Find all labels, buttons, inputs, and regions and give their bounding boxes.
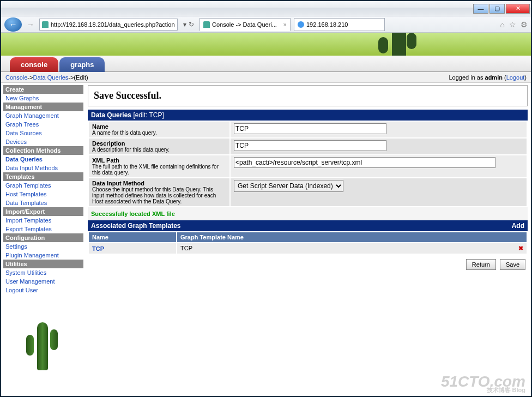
home-icon[interactable]: ⌂ [500,20,505,29]
address-bar[interactable] [39,19,178,31]
sidebar-link-data-queries[interactable]: Data Queries [3,155,83,164]
browser-navbar: ← → ▾ ↻ Console -> Data Queri... × 192.1… [1,16,531,33]
row-template-name: TCP [180,245,192,251]
tab-close-icon[interactable]: × [283,21,287,28]
app-tab-row: console graphs [1,56,531,72]
sidebar-header-collection: Collection Methods [3,146,83,155]
form-table: NameA name for this data query. Descript… [88,121,528,207]
sidebar-link-export-templates[interactable]: Export Templates [3,225,83,233]
method-help: Choose the input method for this Data Qu… [92,187,226,204]
sidebar-link-graph-trees[interactable]: Graph Trees [3,120,83,129]
sidebar-link-plugin-mgmt[interactable]: Plugin Management [3,251,83,260]
sidebar-header-create: Create [3,85,83,94]
tab-title: Console -> Data Queri... [212,21,277,28]
browser-tab-active[interactable]: Console -> Data Queri... × [200,18,291,31]
table-row: TCP TCP✖ [89,243,527,254]
col-template: Graph Template Name [177,232,527,242]
row-name-link[interactable]: TCP [92,245,104,252]
section-header-assoc-templates: Associated Graph Templates Add [88,220,528,231]
button-row: Return Save [88,255,528,274]
sidebar-link-host-templates[interactable]: Host Templates [3,190,83,198]
xml-help: The full path to the XML file containing… [92,164,226,176]
assoc-table: Name Graph Template Name TCP TCP✖ [88,231,528,255]
message-title: Save Successful. [94,90,522,101]
sidebar-header-import-export: Import/Export [3,207,83,216]
tab-title: 192.168.18.210 [306,21,348,28]
content-area: Save Successful. Data Queries [edit: TCP… [86,83,531,395]
return-button[interactable]: Return [466,259,496,270]
tab-icon [203,21,210,28]
crumb-edit: (Edit) [74,74,88,81]
sidebar-link-graph-templates[interactable]: Graph Templates [3,181,83,190]
section-header-data-queries: Data Queries [edit: TCP] [88,110,528,121]
method-select[interactable]: Get Script Server Data (Indexed) [234,180,343,192]
sidebar-header-management: Management [3,103,83,111]
app-banner [1,33,531,56]
tab-graphs[interactable]: graphs [59,57,105,72]
crumb-data-queries[interactable]: Data Queries [33,74,68,81]
tools-icon[interactable]: ⚙ [521,20,528,29]
favorites-icon[interactable]: ☆ [509,20,516,29]
breadcrumb: Console -> Data Queries -> (Edit) Logged… [1,72,531,83]
sidebar-link-system-utilities[interactable]: System Utilities [3,268,83,277]
close-button[interactable]: ✕ [506,4,530,14]
name-label: Name [92,123,108,130]
message-box: Save Successful. [88,85,528,106]
sidebar-header-templates: Templates [3,172,83,181]
tab-console[interactable]: console [10,57,58,72]
name-help: A name for this data query. [92,130,226,136]
sidebar-link-import-templates[interactable]: Import Templates [3,216,83,225]
sidebar-link-data-input[interactable]: Data Input Methods [3,164,83,172]
sidebar-link-user-mgmt[interactable]: User Management [3,277,83,286]
save-button[interactable]: Save [500,259,525,270]
xml-label: XML Path [92,157,119,164]
current-user: admin [485,74,503,81]
url-input[interactable] [51,21,175,28]
dropdown-icon[interactable]: ▾ [183,21,186,28]
back-button[interactable]: ← [4,17,22,32]
desc-help: A description for this data query. [92,147,226,153]
desc-label: Description [92,140,125,147]
sidebar-link-logout-user[interactable]: Logout User [3,286,83,294]
cactus-logo [23,320,61,374]
add-link[interactable]: Add [512,222,524,230]
maximize-button[interactable]: ▢ [489,4,505,14]
method-label: Data Input Method [92,180,144,187]
window-titlebar: — ▢ ✕ [1,1,531,16]
name-input[interactable] [234,123,386,134]
logout-link[interactable]: Logout [506,74,525,81]
browser-tab-2[interactable]: 192.168.18.210 [294,18,385,31]
refresh-icon[interactable]: ↻ [189,21,194,28]
delete-icon[interactable]: ✖ [518,245,523,252]
sidebar-link-devices[interactable]: Devices [3,137,83,146]
minimize-button[interactable]: — [473,4,488,14]
sidebar-link-data-templates[interactable]: Data Templates [3,198,83,207]
sidebar-header-utilities: Utilities [3,260,83,268]
tab-icon [298,21,304,28]
crumb-console[interactable]: Console [5,74,27,81]
desc-input[interactable] [234,140,386,151]
cactus-graphic [378,33,422,56]
watermark: 51CTO.com 技术博客 Blog [441,376,525,393]
sidebar-link-data-sources[interactable]: Data Sources [3,129,83,137]
sidebar-header-config: Configuration [3,233,83,242]
xml-input[interactable] [234,157,495,168]
col-name: Name [89,232,176,242]
sidebar-link-new-graphs[interactable]: New Graphs [3,94,83,103]
site-icon [42,21,49,28]
sidebar-link-graph-mgmt[interactable]: Graph Management [3,111,83,120]
sidebar-link-settings[interactable]: Settings [3,242,83,251]
xml-success-message: Successfully located XML file [88,207,528,220]
forward-button[interactable]: → [25,18,36,31]
